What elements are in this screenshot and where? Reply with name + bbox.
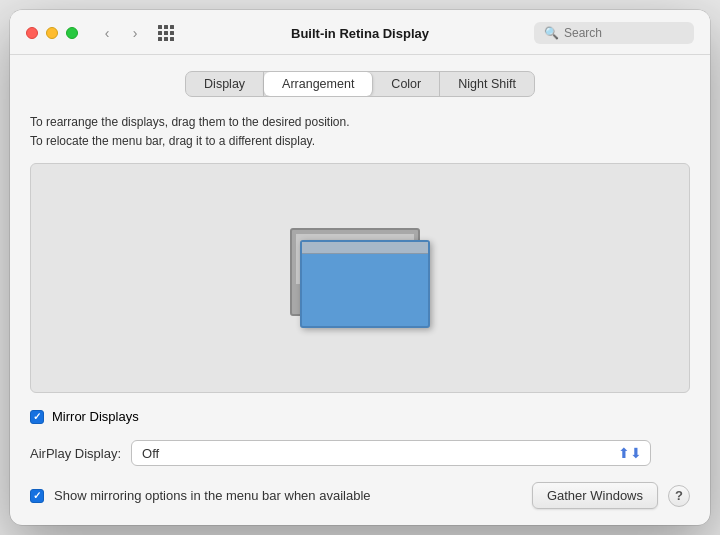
monitor-front xyxy=(300,240,430,328)
tabs: Display Arrangement Color Night Shift xyxy=(185,71,535,97)
show-mirroring-label: Show mirroring options in the menu bar w… xyxy=(54,488,522,503)
tab-night-shift[interactable]: Night Shift xyxy=(440,72,534,96)
close-button[interactable] xyxy=(26,27,38,39)
instruction-line2: To relocate the menu bar, drag it to a d… xyxy=(30,132,690,151)
search-bar[interactable]: 🔍 xyxy=(534,22,694,44)
tab-display[interactable]: Display xyxy=(186,72,264,96)
mirror-displays-checkbox[interactable]: ✓ xyxy=(30,410,44,424)
checkmark-icon: ✓ xyxy=(33,412,41,422)
help-button[interactable]: ? xyxy=(668,485,690,507)
title-bar: ‹ › Built-in Retina Display 🔍 xyxy=(10,10,710,55)
show-mirroring-checkbox[interactable]: ✓ xyxy=(30,489,44,503)
back-button[interactable]: ‹ xyxy=(94,23,120,43)
tab-color[interactable]: Color xyxy=(373,72,440,96)
mirror-displays-row: ✓ Mirror Displays xyxy=(30,409,690,424)
monitor-stack xyxy=(290,228,430,328)
instruction-line1: To rearrange the displays, drag them to … xyxy=(30,113,690,132)
forward-button[interactable]: › xyxy=(122,23,148,43)
traffic-lights xyxy=(26,27,78,39)
airplay-row: AirPlay Display: Off ⬆⬇ xyxy=(30,440,690,466)
airplay-value: Off xyxy=(142,446,610,461)
maximize-button[interactable] xyxy=(66,27,78,39)
search-input[interactable] xyxy=(564,26,684,40)
mirror-displays-label: Mirror Displays xyxy=(52,409,139,424)
content-area: Display Arrangement Color Night Shift To… xyxy=(10,55,710,525)
nav-buttons: ‹ › xyxy=(94,23,148,43)
tab-arrangement[interactable]: Arrangement xyxy=(264,72,373,96)
checkmark-icon-2: ✓ xyxy=(33,491,41,501)
grid-icon[interactable] xyxy=(158,25,174,41)
search-icon: 🔍 xyxy=(544,26,559,40)
instruction-text: To rearrange the displays, drag them to … xyxy=(30,113,690,151)
monitor-front-top xyxy=(302,242,428,254)
airplay-label: AirPlay Display: xyxy=(30,446,121,461)
airplay-dropdown[interactable]: Off ⬆⬇ xyxy=(131,440,651,466)
display-area xyxy=(30,163,690,393)
minimize-button[interactable] xyxy=(46,27,58,39)
main-window: ‹ › Built-in Retina Display 🔍 Display Ar… xyxy=(10,10,710,525)
dropdown-arrows-icon: ⬆⬇ xyxy=(618,445,642,461)
window-title: Built-in Retina Display xyxy=(291,26,429,41)
bottom-row: ✓ Show mirroring options in the menu bar… xyxy=(30,482,690,509)
gather-windows-button[interactable]: Gather Windows xyxy=(532,482,658,509)
